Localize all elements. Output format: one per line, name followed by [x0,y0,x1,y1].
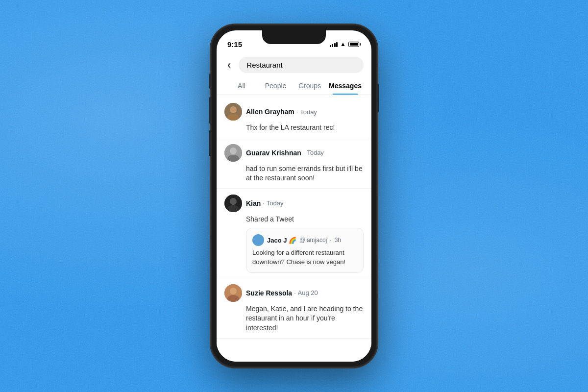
tab-all[interactable]: All [224,77,259,95]
message-list: Allen Grayham · Today Thx for the LA res… [217,97,371,358]
svg-point-1 [230,106,237,113]
sender-dot: · [296,108,298,115]
message-item[interactable]: Kian · Today Shared a Tweet Jaco J 🌈 @ia… [217,189,371,278]
sender-time: Aug 20 [298,289,318,296]
signal-icon [330,41,338,47]
message-text: Megan, Katie, and I are heading to the r… [224,304,364,333]
sender-time: Today [307,149,324,156]
tweet-embed[interactable]: Jaco J 🌈 @iamjacoj · 3h Looking for a di… [246,228,364,272]
sender-time: Today [267,199,284,207]
back-button[interactable]: ‹ [224,59,234,72]
sender-time: Today [300,108,317,116]
avatar [224,284,242,302]
tweet-avatar [252,234,264,246]
avatar [224,195,242,212]
message-text: had to run some errands first but i'll b… [224,164,364,183]
sender-info: Kian · Today [246,199,283,207]
avatar [224,144,242,162]
tweet-header: Jaco J 🌈 @iamjacoj · 3h [252,234,357,246]
tweet-text: Looking for a different restaurant downt… [252,248,357,266]
sender-name: Suzie Ressola [246,289,292,297]
screen-content: ‹ Restaurant All People Groups Messages [217,52,371,362]
message-item[interactable]: Guarav Krishnan · Today had to run some … [217,138,371,189]
tab-messages[interactable]: Messages [327,77,364,95]
status-icons: ▲ [330,40,361,48]
avatar [224,103,242,121]
message-header: Allen Grayham · Today [224,103,364,121]
tweet-handle: @iamjacoj [299,237,327,244]
sender-dot: · [303,149,305,156]
status-time: 9:15 [227,39,242,49]
tabs-container: All People Groups Messages [217,77,371,95]
sender-dot: · [263,200,264,207]
message-header: Suzie Ressola · Aug 20 [224,284,364,302]
volume-down-button [209,130,211,157]
sender-name: Guarav Krishnan [246,149,301,157]
message-text: Shared a Tweet [224,215,364,224]
battery-icon [348,42,361,47]
power-button [377,83,379,113]
message-header: Kian · Today [224,195,364,212]
wifi-icon: ▲ [340,41,346,48]
sender-name: Kian [246,199,261,207]
sender-name: Allen Grayham [246,108,294,116]
tweet-time: 3h [335,237,341,244]
sender-info: Suzie Ressola · Aug 20 [246,289,318,297]
phone-mockup: 9:15 ▲ ‹ Restaurant [211,24,377,368]
tab-people[interactable]: People [259,77,293,95]
tweet-sender: Jaco J 🌈 [267,237,296,244]
sender-info: Guarav Krishnan · Today [246,149,324,157]
sender-dot: · [294,290,295,296]
message-header: Guarav Krishnan · Today [224,144,364,162]
svg-point-4 [230,147,237,154]
notch [262,30,326,44]
svg-point-7 [230,198,237,205]
message-text: Thx for the LA restaurant rec! [224,123,364,133]
sender-info: Allen Grayham · Today [246,108,317,116]
phone-screen: 9:15 ▲ ‹ Restaurant [217,30,371,362]
search-bar[interactable]: Restaurant [239,57,364,73]
message-item[interactable]: Allen Grayham · Today Thx for the LA res… [217,97,371,138]
tab-groups[interactable]: Groups [293,77,327,95]
svg-point-10 [230,288,237,294]
tweet-sep: · [330,237,331,244]
silent-switch [209,74,211,89]
top-bar: ‹ Restaurant [217,52,371,77]
message-item[interactable]: Suzie Ressola · Aug 20 Megan, Katie, and… [217,278,371,339]
volume-up-button [209,97,211,124]
